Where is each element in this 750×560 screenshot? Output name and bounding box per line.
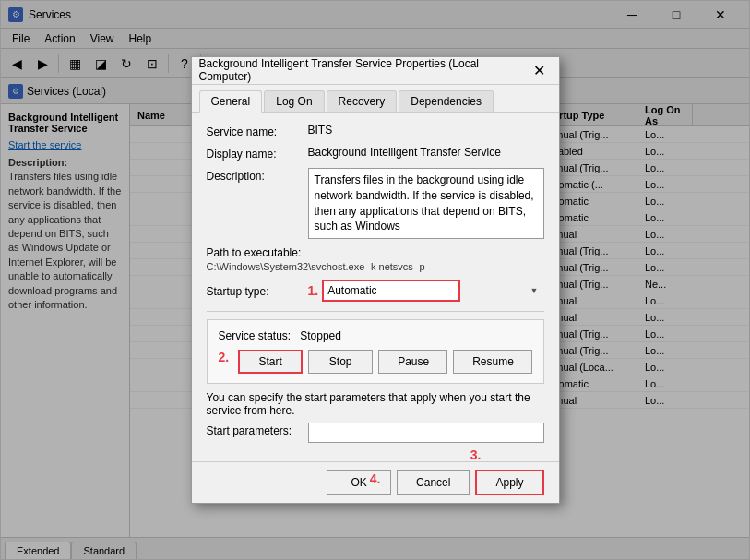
tab-dependencies[interactable]: Dependencies (399, 90, 494, 112)
display-name-label: Display name: (207, 146, 308, 161)
path-label: Path to executable: (207, 246, 544, 259)
start-params-label: Start parameters: (207, 423, 308, 437)
tab-logon[interactable]: Log On (264, 90, 324, 112)
description-label: Description: (207, 168, 308, 183)
dialog-body: Service name: BITS Display name: Backgro… (192, 113, 559, 461)
description-row: Description: Transfers files in the back… (207, 168, 544, 239)
path-row: Path to executable: C:\Windows\System32\… (207, 246, 544, 272)
service-name-value: BITS (308, 124, 544, 137)
display-name-value: Background Intelligent Transfer Service (308, 146, 544, 159)
dialog-title-bar: Background Intelligent Transfer Service … (192, 57, 559, 85)
pause-button[interactable]: Pause (378, 350, 447, 374)
display-name-row: Display name: Background Intelligent Tra… (207, 146, 544, 161)
startup-type-row: Startup type: 1. Automatic Automatic (De… (207, 280, 544, 312)
service-status-label: Service status: Stopped (219, 329, 532, 342)
apply-button[interactable]: Apply (475, 470, 543, 495)
service-name-row: Service name: BITS (207, 124, 544, 138)
startup-type-select[interactable]: Automatic Automatic (Delayed Start) Manu… (322, 280, 460, 302)
start-params-description: You can specify the start parameters tha… (207, 391, 544, 417)
annotation-1: 1. (308, 283, 319, 298)
modal-overlay: Background Intelligent Transfer Service … (1, 1, 749, 559)
tab-general[interactable]: General (199, 90, 263, 113)
resume-button[interactable]: Resume (453, 350, 531, 374)
dialog-footer: 4. OK Cancel 3. Apply (192, 461, 559, 503)
stop-button[interactable]: Stop (308, 350, 373, 374)
dialog-close-button[interactable]: ✕ (528, 60, 552, 80)
start-button[interactable]: Start (238, 350, 303, 374)
cancel-button[interactable]: Cancel (397, 470, 470, 495)
properties-dialog: Background Intelligent Transfer Service … (191, 56, 560, 504)
status-buttons: 2. Start Stop Pause Resume (219, 350, 532, 374)
startup-type-wrapper: Automatic Automatic (Delayed Start) Manu… (322, 280, 543, 302)
service-status-value: Stopped (300, 329, 341, 342)
annotation-4: 4. (370, 471, 381, 486)
main-window: ⚙ Services ─ □ ✕ File Action View Help ◀… (0, 0, 750, 560)
annotation-2: 2. (219, 350, 230, 374)
startup-type-label: Startup type: (207, 283, 308, 298)
dialog-title: Background Intelligent Transfer Service … (199, 57, 528, 83)
tab-recovery[interactable]: Recovery (327, 90, 398, 112)
start-params-input[interactable] (308, 423, 544, 443)
service-name-label: Service name: (207, 124, 308, 138)
start-params-row: Start parameters: (207, 423, 544, 443)
service-status-section: Service status: Stopped 2. Start Stop Pa… (207, 319, 544, 384)
path-value: C:\Windows\System32\svchost.exe -k netsv… (207, 261, 544, 272)
annotation-3: 3. (470, 447, 482, 462)
dialog-tabs: General Log On Recovery Dependencies (192, 85, 559, 113)
start-params-section: You can specify the start parameters tha… (207, 391, 544, 443)
ok-button[interactable]: OK (327, 470, 391, 495)
description-value: Transfers files in the background using … (308, 168, 544, 239)
